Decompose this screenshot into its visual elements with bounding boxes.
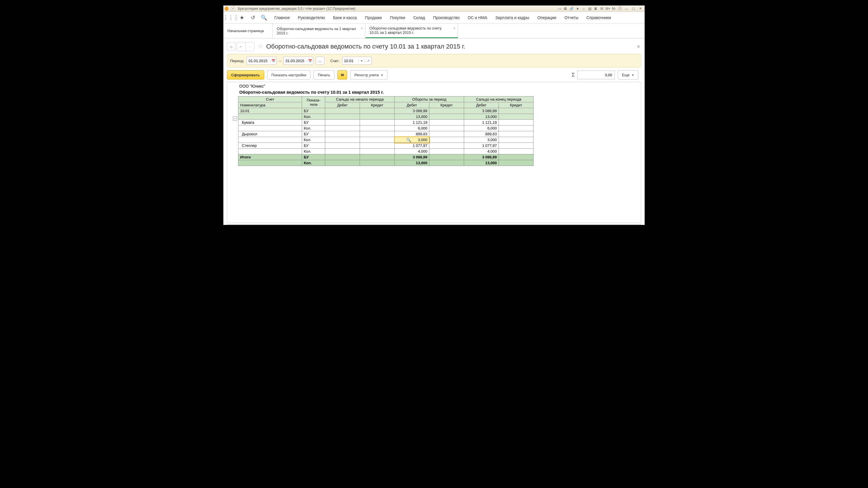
tab-home-label: Начальная страница bbox=[227, 29, 264, 33]
th-credit: Кредит bbox=[360, 102, 395, 108]
th-debit: Дебет bbox=[325, 102, 360, 108]
main-toolbar: ⋮⋮⋮ ★ ↺ 🔍 Главное Руководителю Банк и ка… bbox=[223, 12, 645, 24]
th-indicators: Показа- тели bbox=[302, 97, 325, 108]
tab-bar: Начальная страница Оборотно-сальдовая ве… bbox=[223, 24, 645, 38]
nav-directories[interactable]: Справочники bbox=[582, 12, 615, 24]
nav-production[interactable]: Производство bbox=[429, 12, 464, 24]
open-icon[interactable]: ↗ bbox=[365, 59, 371, 63]
chevron-down-icon[interactable]: ▾ bbox=[359, 59, 365, 63]
nav-sales[interactable]: Продажи bbox=[361, 12, 386, 24]
title-bar: ▾ Бухгалтерия предприятия, редакция 3.0 … bbox=[223, 5, 645, 12]
nav-warehouse[interactable]: Склад bbox=[409, 12, 429, 24]
row-account-1001[interactable]: 10.01БУ 3 088,99 3 088,99 bbox=[239, 108, 533, 114]
th-credit: Кредит bbox=[499, 102, 533, 108]
nav-salary[interactable]: Зарплата и кадры bbox=[491, 12, 533, 24]
forward-button[interactable]: → bbox=[246, 42, 254, 51]
selected-cell[interactable]: 3,000🔍 bbox=[395, 137, 429, 143]
row-stepler-qty[interactable]: Кол. 4,000 4,000 bbox=[239, 149, 533, 154]
app-menu-dropdown[interactable]: ▾ bbox=[231, 7, 235, 11]
star-icon[interactable]: ★ bbox=[237, 13, 247, 22]
period-dash: – bbox=[279, 59, 281, 63]
row-bumaga-qty[interactable]: Кол. 6,000 6,000 bbox=[239, 126, 533, 131]
tab-report-2-label: Оборотно-сальдовая ведомость по счету 10… bbox=[370, 26, 449, 35]
history-icon[interactable]: ↺ bbox=[248, 13, 257, 22]
toolbar-mminus[interactable]: М- bbox=[611, 6, 617, 11]
toolbar-icon-2[interactable]: 🖶 bbox=[563, 6, 568, 11]
nav-bank[interactable]: Банк и касса bbox=[329, 12, 361, 24]
minimize-button[interactable]: — bbox=[623, 6, 629, 11]
more-button[interactable]: Еще bbox=[618, 70, 638, 79]
email-button[interactable]: ✉ bbox=[337, 70, 347, 79]
account-input[interactable] bbox=[342, 59, 359, 63]
sum-field[interactable] bbox=[577, 70, 615, 79]
report-title: Оборотно-сальдовая ведомость по счету 10… bbox=[228, 89, 640, 96]
home-button[interactable]: ⌂ bbox=[227, 42, 236, 51]
account-field[interactable]: ▾ ↗ bbox=[342, 57, 372, 65]
close-page-button[interactable]: × bbox=[636, 42, 641, 51]
calendar-icon[interactable]: 📅 bbox=[270, 59, 276, 63]
row-stepler[interactable]: СтеплерБУ 1 077,97 1 077,97 bbox=[239, 143, 533, 149]
generate-button[interactable]: Сформировать bbox=[227, 70, 264, 79]
nav-assets[interactable]: ОС и НМА bbox=[464, 12, 491, 24]
close-window-button[interactable]: ✕ bbox=[637, 6, 644, 11]
row-dyrokol-qty[interactable]: Кол. 3,000🔍 3,000 bbox=[239, 137, 533, 143]
toolbar-icon-6[interactable]: ▤ bbox=[587, 6, 592, 11]
report-table[interactable]: Счет Показа- тели Сальдо на начало перио… bbox=[238, 96, 533, 166]
nav-manager[interactable]: Руководителю bbox=[294, 12, 329, 24]
info-icon[interactable]: ⓘ bbox=[617, 6, 623, 11]
th-start: Сальдо на начало периода bbox=[325, 97, 395, 102]
page-title: Оборотно-сальдовая ведомость по счету 10… bbox=[266, 43, 465, 50]
th-end: Сальдо на конец периода bbox=[464, 97, 533, 102]
toolbar-m[interactable]: М bbox=[599, 6, 604, 11]
app-icon bbox=[224, 7, 228, 11]
toolbar-icon-5[interactable]: ⌂ bbox=[581, 6, 586, 11]
th-credit: Кредит bbox=[429, 102, 464, 108]
toolbar-icon-4[interactable]: ★ bbox=[575, 6, 580, 11]
apps-icon[interactable]: ⋮⋮⋮ bbox=[226, 13, 236, 22]
th-debit: Дебет bbox=[395, 102, 429, 108]
search-icon[interactable]: 🔍 bbox=[259, 13, 269, 22]
nav-reports[interactable]: Отчеты bbox=[560, 12, 582, 24]
toolbar-icon-3[interactable]: 🔗 bbox=[569, 6, 574, 11]
tab-report-1-label: Оборотно-сальдовая ведомость за 1 кварта… bbox=[277, 27, 356, 35]
close-icon[interactable]: × bbox=[454, 26, 456, 30]
nav-operations[interactable]: Операции bbox=[533, 12, 560, 24]
row-bumaga[interactable]: БумагаБУ 1 121,19 1 121,19 bbox=[239, 120, 533, 126]
period-to-field[interactable]: 📅 bbox=[283, 57, 313, 65]
period-from-field[interactable]: 📅 bbox=[247, 57, 277, 65]
account-label: Счет: bbox=[330, 59, 339, 63]
row-total[interactable]: ИтогоБУ 3 088,99 3 088,99 bbox=[239, 154, 533, 160]
row-account-1001-qty[interactable]: Кол. 13,000 13,000 bbox=[239, 114, 533, 120]
back-button[interactable]: ← bbox=[237, 42, 246, 51]
register-button[interactable]: Регистр учета bbox=[350, 70, 388, 79]
show-settings-button[interactable]: Показать настройки bbox=[267, 70, 310, 79]
period-bar: Период: 📅 – 📅 … Счет: ▾ ↗ bbox=[227, 54, 641, 67]
period-label: Период: bbox=[230, 59, 244, 63]
period-to-input[interactable] bbox=[283, 59, 307, 63]
period-picker-button[interactable]: … bbox=[316, 57, 324, 65]
print-button[interactable]: Печать bbox=[313, 70, 335, 79]
company-name: ООО "Юникс" bbox=[228, 83, 640, 89]
th-account: Счет bbox=[239, 97, 302, 102]
period-from-input[interactable] bbox=[247, 59, 270, 63]
nav-purchases[interactable]: Покупки bbox=[386, 12, 409, 24]
favorite-icon[interactable]: ☆ bbox=[257, 43, 263, 50]
toolbar-icon-1[interactable]: ▭ bbox=[557, 6, 562, 11]
tab-home[interactable]: Начальная страница bbox=[223, 24, 273, 38]
drill-cursor-icon: 🔍 bbox=[406, 138, 411, 142]
toolbar-mplus[interactable]: М+ bbox=[605, 6, 611, 11]
maximize-button[interactable]: ▢ bbox=[630, 6, 637, 11]
nav-main[interactable]: Главное bbox=[270, 12, 294, 24]
calendar-icon[interactable]: 📅 bbox=[307, 59, 313, 63]
page-header: ⌂ ← → ☆ Оборотно-сальдовая ведомость по … bbox=[227, 42, 641, 51]
th-debit: Дебет bbox=[464, 102, 499, 108]
close-icon[interactable]: × bbox=[361, 26, 363, 30]
report-area[interactable]: ООО "Юникс" Оборотно-сальдовая ведомость… bbox=[227, 82, 641, 223]
th-nomenclature: Номенклатура bbox=[239, 102, 302, 108]
row-total-qty[interactable]: Кол. 13,000 13,000 bbox=[239, 160, 533, 166]
tab-report-1[interactable]: Оборотно-сальдовая ведомость за 1 кварта… bbox=[273, 24, 365, 38]
tab-report-2[interactable]: Оборотно-сальдовая ведомость по счету 10… bbox=[365, 24, 458, 38]
row-dyrokol[interactable]: ДыроколБУ 889,83 889,83 bbox=[239, 131, 533, 137]
collapse-toggle[interactable]: − bbox=[233, 117, 237, 121]
toolbar-icon-7[interactable]: 🖩 bbox=[593, 6, 598, 11]
